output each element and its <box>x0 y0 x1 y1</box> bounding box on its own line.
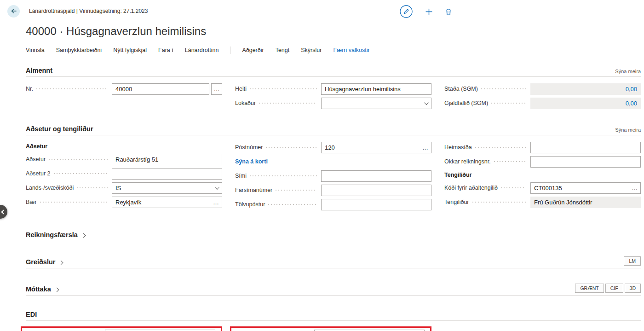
nr-input[interactable] <box>112 83 209 95</box>
okkar-reikningsnr-input[interactable] <box>530 156 641 168</box>
kodi-adaltengilid-input[interactable] <box>530 182 641 194</box>
section-reikningsfaersla-header[interactable]: Reikningsfærsla <box>26 231 641 241</box>
adsetur-show-more-link[interactable]: Sýna meira <box>615 127 641 133</box>
back-arrow-icon <box>10 7 17 15</box>
adsetur-label: Aðsetur <box>26 156 46 163</box>
field-okkar-reikningsnr: Okkar reikningsnr. <box>444 156 641 168</box>
kodi-adaltengilid-label: Kóði fyrir aðaltengilið <box>444 185 498 191</box>
section-reikningsfaersla-title: Reikningsfærsla <box>26 231 78 238</box>
greidslur-badges: LM <box>622 256 641 266</box>
gjaldfallid-value[interactable]: 0,00 <box>530 98 641 109</box>
field-baer: Bær … <box>26 196 222 208</box>
heiti-input[interactable] <box>321 83 431 95</box>
menu-divider <box>230 46 230 54</box>
simi-input[interactable] <box>321 170 431 182</box>
section-edi-title: EDI <box>26 311 37 318</box>
dotted-leader <box>475 147 526 148</box>
tolvupostur-label: Tölvupóstur <box>235 201 265 208</box>
add-plus-icon[interactable] <box>425 8 433 16</box>
badge-3d[interactable]: 3D <box>625 284 641 293</box>
nr-assist-button[interactable]: … <box>211 83 222 95</box>
badge-graent[interactable]: GRÆNT <box>575 284 604 293</box>
menu-item-faerri-valkostir[interactable]: Færri valkostir <box>333 47 369 53</box>
field-kodi-adaltengilid: Kóði fyrir aðaltengilið … <box>444 182 641 194</box>
field-stada: Staða (SGM) 0,00 <box>444 83 641 95</box>
dotted-leader <box>276 190 317 191</box>
dotted-leader <box>250 88 317 89</box>
adsetur-col-3: Heimasíða Okkar reikningsnr. Tengiliður … <box>444 141 641 213</box>
adsetur-control <box>112 154 222 165</box>
menu-item-nytt-fylgiskjal[interactable]: Nýtt fylgiskjal <box>113 47 147 53</box>
edit-pencil-icon[interactable] <box>399 5 413 18</box>
section-mottaka-header[interactable]: Móttaka GRÆNT CIF 3D <box>26 284 641 296</box>
field-simi: Sími <box>235 170 431 182</box>
postnumer-input[interactable] <box>321 142 431 153</box>
menu-item-vinnsla[interactable]: Vinnsla <box>26 47 45 53</box>
adsetur2-control <box>112 168 222 180</box>
breadcrumb[interactable]: Lánardrottnaspjald | Vinnudagsetning: 27… <box>29 8 148 14</box>
back-button[interactable] <box>7 5 20 17</box>
lands-svaediskodi-select[interactable] <box>112 182 222 194</box>
delete-trash-icon[interactable] <box>445 8 452 16</box>
menu-item-tengt[interactable]: Tengt <box>276 47 290 53</box>
ean-kennitala-input[interactable] <box>105 330 215 331</box>
show-on-map-link[interactable]: Sýna á korti <box>235 158 268 165</box>
section-edi-header[interactable]: EDI <box>26 311 641 321</box>
nr-label: Nr. <box>26 86 33 92</box>
lokadur-select[interactable] <box>321 98 431 109</box>
heimasida-input[interactable] <box>530 142 641 153</box>
lands-control <box>112 182 222 194</box>
stada-value[interactable]: 0,00 <box>530 83 641 95</box>
section-greidslur-title: Greiðslur <box>26 258 55 266</box>
edi-col-1: EAN Kennitala <box>26 325 222 331</box>
x400-addressa-input[interactable] <box>314 330 425 331</box>
heiti-label: Heiti <box>235 86 247 92</box>
baer-input[interactable] <box>112 197 222 208</box>
tolvupostur-input[interactable] <box>321 199 431 210</box>
section-almennt-header[interactable]: Almennt Sýna meira <box>26 67 641 77</box>
badge-lm[interactable]: LM <box>624 256 641 266</box>
field-heimasida: Heimasíða <box>444 141 641 153</box>
field-tolvupostur: Tölvupóstur <box>235 198 431 210</box>
farsimanumer-control <box>321 185 431 196</box>
baer-lookup-icon[interactable]: … <box>212 199 219 206</box>
baer-control: … <box>112 197 222 208</box>
dotted-leader <box>481 88 526 89</box>
dotted-leader <box>36 88 108 89</box>
section-greidslur-header[interactable]: Greiðslur LM <box>26 256 641 268</box>
menu-item-adgerdir[interactable]: Aðgerðir <box>242 47 264 53</box>
almennt-col-3: Staða (SGM) 0,00 Gjaldfallið (SGM) 0,00 <box>444 83 641 111</box>
field-adsetur2: Aðsetur 2 <box>26 168 222 180</box>
adsetur-input[interactable] <box>112 154 222 165</box>
dotted-leader <box>266 147 317 148</box>
tengilidur-value[interactable]: Frú Guðrún Jónsdóttir <box>530 197 641 208</box>
menu-item-fara-i[interactable]: Fara í <box>158 47 173 53</box>
postnumer-lookup-icon[interactable]: … <box>421 144 428 151</box>
adsetur2-input[interactable] <box>112 168 222 180</box>
farsimanumer-input[interactable] <box>321 185 431 196</box>
field-adsetur: Aðsetur <box>26 153 222 165</box>
section-almennt-title: Almennt <box>26 67 52 74</box>
field-heiti: Heiti <box>235 83 431 95</box>
postnumer-control: … <box>321 142 431 153</box>
field-lokadur: Lokaður <box>235 97 431 109</box>
page-content: 40000 · Húsgagnaverzlun heimilisins Vinn… <box>0 25 644 331</box>
section-adsetur-header[interactable]: Aðsetur og tengiliður Sýna meira <box>26 125 641 135</box>
menu-item-lanardrottinn[interactable]: Lánardrottinn <box>185 47 219 53</box>
lands-svaediskodi-label: Lands-/svæðiskóði <box>26 185 74 191</box>
dotted-leader <box>40 202 108 203</box>
heiti-control <box>321 83 431 95</box>
field-nr: Nr. … <box>26 83 222 95</box>
tengilidur-group-label: Tengiliður <box>444 170 641 180</box>
simi-label: Sími <box>235 173 247 179</box>
almennt-col-1: Nr. … <box>26 83 222 111</box>
menu-item-samthykktarbeidni[interactable]: Samþykktarbeiðni <box>56 47 102 53</box>
edi-col-2: X400 addressa <box>235 325 431 331</box>
badge-cif[interactable]: CIF <box>605 284 623 293</box>
kodi-lookup-icon[interactable]: … <box>630 185 638 192</box>
farsimanumer-label: Farsímanúmer <box>235 187 272 193</box>
okkar-reikningsnr-label: Okkar reikningsnr. <box>444 158 491 165</box>
field-ean-kennitala: EAN Kennitala <box>26 329 215 331</box>
menu-item-skyrslur[interactable]: Skýrslur <box>301 47 322 53</box>
almennt-show-more-link[interactable]: Sýna meira <box>615 69 641 74</box>
